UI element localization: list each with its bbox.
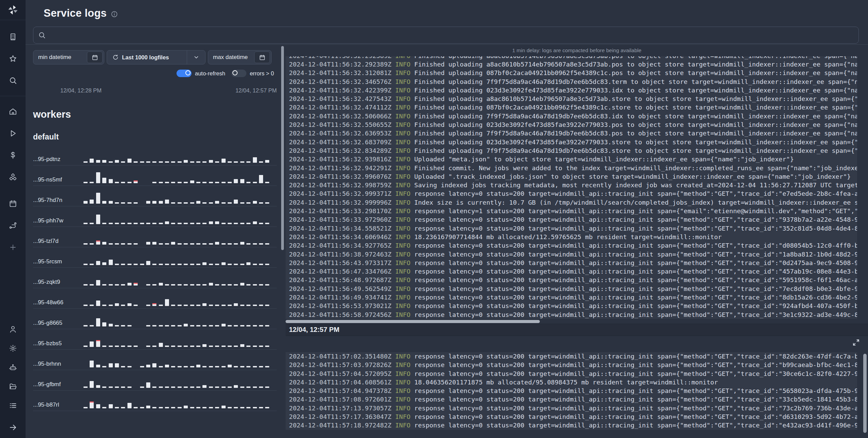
worker-row[interactable]: ...95-48w66 (33, 294, 277, 309)
worker-row[interactable]: ...95-zqkt9 (33, 273, 277, 288)
search-nav-icon[interactable] (9, 76, 17, 85)
activity-bar-slot (222, 171, 226, 183)
log-message: response latency=0 status=200 target=win… (414, 190, 857, 197)
log-timestamp: 2024-12-04T11:56:49.934741Z (289, 294, 392, 301)
workers-robot-icon[interactable] (9, 363, 17, 372)
add-plus-icon[interactable] (9, 243, 17, 252)
activity-bar-slot (121, 335, 125, 347)
runs-play-icon[interactable] (9, 129, 17, 138)
activity-bar (83, 325, 88, 326)
activity-bar (159, 366, 163, 367)
worker-row[interactable]: ...95-gfbmf (33, 376, 277, 391)
worker-row[interactable]: ...95-brhnn (33, 355, 277, 370)
activity-bar-slot (90, 376, 94, 388)
activity-bar-slot (190, 212, 194, 224)
worker-row[interactable]: ...95-bzbs5 (33, 335, 277, 350)
collapse-arrow-right-icon[interactable] (9, 423, 17, 432)
worker-row[interactable]: ...95-b87rl (33, 396, 277, 411)
log-vertical-scrollbar[interactable] (863, 354, 867, 433)
activity-bar (178, 182, 182, 183)
worker-row[interactable]: ...95-tzl7d (33, 232, 277, 247)
worker-row[interactable]: ...95-ns5mf (33, 171, 277, 186)
activity-bar-slot (240, 191, 244, 204)
activity-bar (121, 386, 125, 388)
activity-bar-slot (102, 314, 106, 326)
log-block-1[interactable]: 2024-12-04T11:56:32.292389Z INFO Finishe… (286, 56, 857, 319)
variables-dollar-icon[interactable] (9, 151, 17, 160)
activity-bar (265, 305, 269, 306)
settings-gear-icon[interactable] (9, 344, 17, 353)
activity-bar (234, 325, 238, 326)
max-datetime-calendar-button[interactable] (254, 52, 270, 63)
activity-bar (127, 223, 132, 224)
worker-row[interactable]: ...95-pdtnz (33, 150, 277, 165)
activity-bar (209, 305, 213, 306)
errors-only-toggle[interactable] (231, 70, 246, 77)
activity-bar-slot (83, 396, 88, 408)
worker-name: ...95-phh7w (33, 217, 83, 224)
user-icon[interactable] (9, 325, 17, 334)
activity-bar (109, 161, 113, 163)
min-datetime-calendar-button[interactable] (87, 52, 103, 63)
activity-bar (202, 182, 207, 183)
resources-cubes-icon[interactable] (9, 173, 17, 181)
auto-refresh-toggle[interactable] (177, 70, 192, 77)
log-line: 2024-12-04T11:56:33.298170Z INFO respons… (289, 207, 857, 215)
logfiles-dropdown-chevron[interactable] (187, 50, 205, 64)
logs-list-icon[interactable] (9, 401, 17, 410)
activity-bar (253, 346, 257, 347)
activity-bar-slot (96, 294, 100, 306)
expand-icon[interactable] (852, 339, 860, 346)
min-datetime-input[interactable]: min datetime (33, 50, 104, 64)
worker-row[interactable]: ...95-g8665 (33, 314, 277, 329)
log-line: 2024-12-04T11:57:02.351480Z INFO respons… (289, 352, 857, 361)
activity-bar (246, 161, 250, 163)
favorites-star-icon[interactable] (9, 54, 17, 63)
activity-bar-slot (184, 232, 188, 245)
activity-bar-slot (246, 314, 250, 326)
activity-bar-slot (240, 232, 244, 245)
folders-icon[interactable] (9, 382, 17, 391)
log-line: 2024-12-04T11:56:32.422399Z INFO Finishe… (289, 86, 857, 94)
activity-bar (102, 407, 106, 408)
logfiles-count-dropdown[interactable]: Last 1000 logfiles (107, 50, 205, 64)
activity-bar (121, 243, 125, 245)
activity-bar-slot (115, 314, 119, 326)
log-message: Finished uploading a8ac8610b5714eb796507… (414, 61, 857, 68)
activity-bar (83, 346, 88, 347)
activity-bar (253, 157, 257, 163)
activity-bar (222, 324, 226, 326)
activity-bar-slot (96, 335, 100, 347)
activity-bar (265, 182, 269, 183)
info-icon[interactable] (111, 11, 118, 18)
activity-bar-slot (102, 294, 106, 306)
log-horizontal-scrollbar[interactable] (286, 320, 540, 323)
activity-bar (159, 223, 163, 224)
activity-bar (165, 325, 169, 326)
activity-bar-slot (222, 253, 226, 265)
schedules-calendar-icon[interactable] (9, 199, 17, 208)
flows-route-icon[interactable] (9, 221, 17, 230)
activity-bar-slot (159, 396, 163, 408)
activity-bar (246, 243, 250, 245)
workers-scrollbar[interactable] (281, 46, 284, 250)
activity-bar-slot (202, 212, 207, 224)
activity-bar-slot (83, 355, 88, 367)
activity-bar (121, 407, 125, 408)
worker-row[interactable]: ...95-5rcsm (33, 253, 277, 268)
worker-row[interactable]: ...95-7hd7n (33, 191, 277, 206)
activity-bar-slot (115, 150, 119, 163)
workspace-building-icon[interactable] (9, 32, 17, 41)
home-icon[interactable] (9, 107, 17, 116)
activity-bar-slot (96, 150, 100, 163)
log-block-2[interactable]: 2024-12-04T11:57:02.351480Z INFO respons… (286, 352, 857, 430)
log-level: INFO (392, 199, 414, 206)
activity-bar (134, 283, 138, 286)
search-input[interactable] (49, 31, 854, 39)
activity-bar (134, 346, 138, 347)
search-box[interactable] (33, 27, 859, 44)
max-datetime-input[interactable]: max datetime (208, 50, 272, 64)
worker-row[interactable]: ...95-phh7w (33, 212, 277, 227)
activity-bar-slot (190, 376, 194, 388)
activity-bar (115, 182, 119, 183)
